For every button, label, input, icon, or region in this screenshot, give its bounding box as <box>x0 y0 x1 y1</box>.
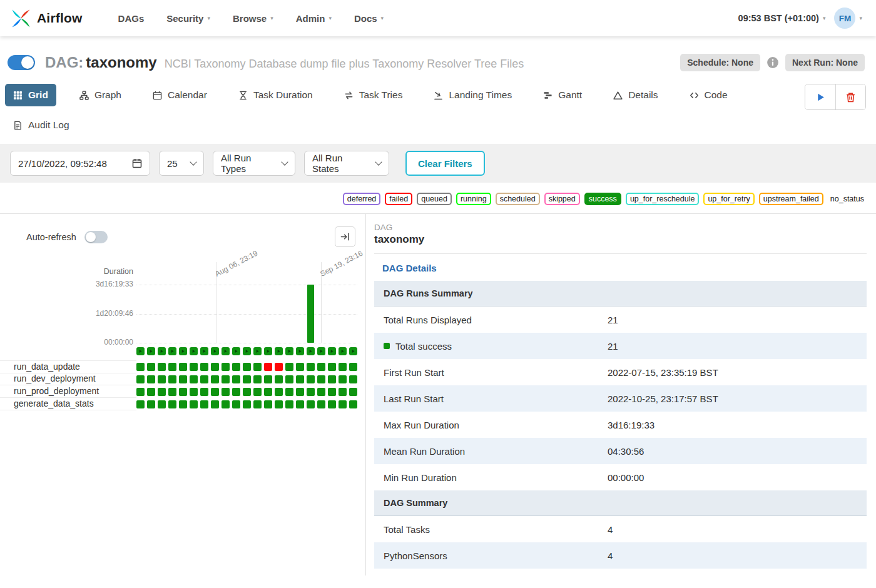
task-instance-8[interactable] <box>211 388 219 396</box>
legend-status-failed[interactable]: failed <box>385 193 412 205</box>
user-menu[interactable]: FM ▾ <box>834 8 862 29</box>
tab-code[interactable]: Code <box>681 84 736 106</box>
dag-details-link[interactable]: DAG Details <box>382 263 437 273</box>
tab-task-tries[interactable]: Task Tries <box>336 84 411 106</box>
task-instance-15[interactable] <box>285 375 293 383</box>
task-instance-3[interactable] <box>158 388 166 396</box>
dag-run-square-6[interactable] <box>190 347 198 355</box>
task-instance-6[interactable] <box>190 388 198 396</box>
task-instance-19[interactable] <box>328 375 336 383</box>
task-instance-16[interactable] <box>296 375 304 383</box>
base-date-input[interactable] <box>18 158 118 169</box>
tab-landing-times[interactable]: Landing Times <box>425 84 520 106</box>
legend-status-running[interactable]: running <box>456 193 491 205</box>
dag-run-square-16[interactable] <box>296 347 304 355</box>
task-instance-7[interactable] <box>200 400 208 408</box>
task-instance-20[interactable] <box>339 363 347 371</box>
legend-status-up_for_retry[interactable]: up_for_retry <box>703 193 754 205</box>
task-instance-1[interactable] <box>136 375 145 383</box>
airflow-brand[interactable]: Airflow <box>10 8 83 29</box>
task-instance-16[interactable] <box>296 400 304 408</box>
task-instance-20[interactable] <box>339 375 347 383</box>
task-instance-9[interactable] <box>222 388 230 396</box>
calendar-icon[interactable] <box>132 158 142 168</box>
task-instance-11[interactable] <box>243 363 251 371</box>
page-size-select[interactable]: 25 <box>159 151 204 176</box>
run-states-select[interactable]: All Run States <box>304 151 389 176</box>
legend-status-success[interactable]: success <box>584 193 621 205</box>
nav-item-dags[interactable]: DAGs <box>109 7 154 30</box>
legend-status-deferred[interactable]: deferred <box>343 193 381 205</box>
task-instance-7[interactable] <box>200 363 208 371</box>
dag-run-square-15[interactable] <box>285 347 293 355</box>
task-instance-2[interactable] <box>147 400 155 408</box>
task-instance-2[interactable] <box>147 363 155 371</box>
dag-run-square-3[interactable] <box>158 347 166 355</box>
task-instance-1[interactable] <box>136 388 145 396</box>
task-instance-20[interactable] <box>339 400 347 408</box>
dag-run-square-1[interactable] <box>136 347 145 355</box>
legend-status-no_status[interactable]: no_status <box>828 193 867 205</box>
task-instance-14[interactable] <box>275 375 283 383</box>
task-instance-21[interactable] <box>349 388 357 396</box>
dag-run-square-9[interactable] <box>222 347 230 355</box>
task-instance-5[interactable] <box>179 400 187 408</box>
task-instance-6[interactable] <box>190 400 198 408</box>
dag-run-square-10[interactable] <box>232 347 240 355</box>
task-instance-17[interactable] <box>307 375 315 383</box>
tab-grid[interactable]: Grid <box>5 84 56 106</box>
task-instance-1[interactable] <box>136 400 145 408</box>
dag-run-square-19[interactable] <box>328 347 336 355</box>
task-instance-3[interactable] <box>158 375 166 383</box>
tab-audit-log[interactable]: Audit Log <box>5 114 78 136</box>
legend-status-scheduled[interactable]: scheduled <box>496 193 540 205</box>
dag-run-square-20[interactable] <box>339 347 347 355</box>
task-instance-4[interactable] <box>168 375 176 383</box>
nav-item-security[interactable]: Security▾ <box>157 7 220 30</box>
task-instance-10[interactable] <box>232 400 240 408</box>
task-instance-5[interactable] <box>179 388 187 396</box>
task-instance-10[interactable] <box>232 375 240 383</box>
task-instance-20[interactable] <box>339 388 347 396</box>
task-instance-9[interactable] <box>222 400 230 408</box>
task-instance-13[interactable] <box>264 400 272 408</box>
duration-bar[interactable] <box>307 285 314 343</box>
task-instance-13[interactable] <box>264 388 272 396</box>
task-instance-17[interactable] <box>307 363 315 371</box>
task-instance-14[interactable] <box>275 388 283 396</box>
task-instance-15[interactable] <box>285 400 293 408</box>
dag-run-square-4[interactable] <box>168 347 176 355</box>
dag-run-square-5[interactable] <box>179 347 187 355</box>
schedule-info-icon[interactable] <box>766 56 779 69</box>
task-instance-9[interactable] <box>222 363 230 371</box>
dag-run-square-7[interactable] <box>200 347 208 355</box>
run-types-select[interactable]: All Run Types <box>213 151 295 176</box>
trigger-dag-button[interactable] <box>805 84 835 109</box>
task-instance-18[interactable] <box>317 363 325 371</box>
task-instance-1[interactable] <box>136 363 145 371</box>
task-instance-2[interactable] <box>147 388 155 396</box>
task-instance-13[interactable] <box>264 375 272 383</box>
nav-item-browse[interactable]: Browse▾ <box>223 7 283 30</box>
task-instance-18[interactable] <box>317 388 325 396</box>
task-instance-12[interactable] <box>253 375 262 383</box>
nav-item-docs[interactable]: Docs▾ <box>345 7 393 30</box>
task-instance-8[interactable] <box>211 400 219 408</box>
task-instance-10[interactable] <box>232 363 240 371</box>
task-instance-16[interactable] <box>296 363 304 371</box>
task-instance-3[interactable] <box>158 400 166 408</box>
task-instance-7[interactable] <box>200 375 208 383</box>
task-instance-19[interactable] <box>328 388 336 396</box>
task-instance-21[interactable] <box>349 400 357 408</box>
dag-run-square-21[interactable] <box>349 347 357 355</box>
dag-run-square-13[interactable] <box>264 347 272 355</box>
task-instance-4[interactable] <box>168 363 176 371</box>
task-instance-11[interactable] <box>243 388 251 396</box>
task-instance-5[interactable] <box>179 363 187 371</box>
task-instance-18[interactable] <box>317 400 325 408</box>
legend-status-upstream_failed[interactable]: upstream_failed <box>759 193 823 205</box>
task-instance-9[interactable] <box>222 375 230 383</box>
task-instance-4[interactable] <box>168 400 176 408</box>
task-name[interactable]: run_dev_deployment <box>0 373 136 385</box>
task-instance-17[interactable] <box>307 400 315 408</box>
